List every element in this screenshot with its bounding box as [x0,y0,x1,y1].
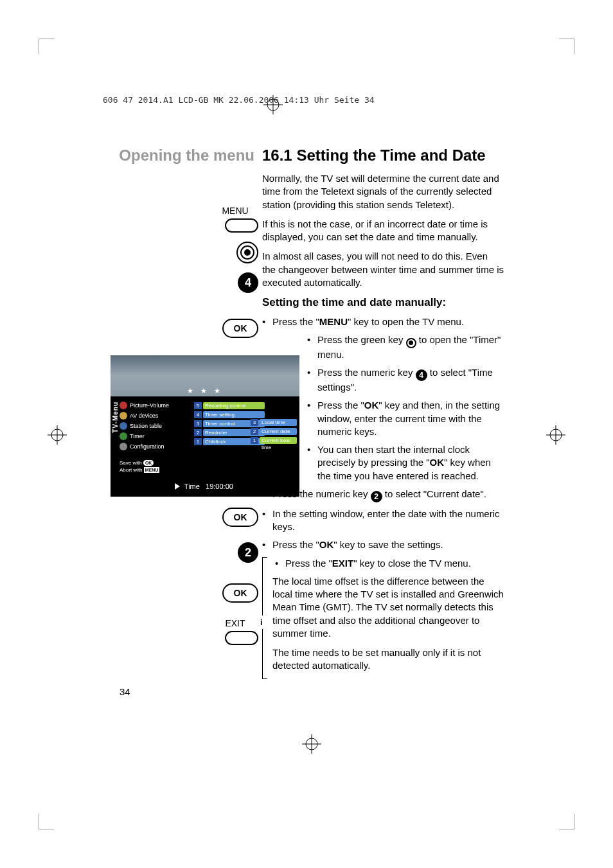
step-item: •Press the numeric key 4 to select "Time… [307,366,504,394]
play-icon [175,483,180,490]
osd-ok-chip: OK [143,460,154,466]
step-item: •Press the numeric key 2 to select "Curr… [262,488,504,502]
osd-left-item: AV devices [130,412,158,419]
step-item: •In the setting window, enter the date w… [262,508,504,534]
body-text: If this is not the case, or if an incorr… [262,218,504,244]
step-item: •Press the "MENU" key to open the TV men… [262,315,504,328]
green-key-icon [236,242,258,263]
crop-mark [39,814,54,829]
menu-key-icon [225,218,258,233]
step-item: •Press the "OK" key to save the settings… [262,538,504,551]
osd-time-value: 19:00:00 [206,483,233,490]
step-item: •You can then start the internal clock p… [307,443,504,483]
osd-mid-item: Timer setting [203,411,265,418]
crop-mark [559,39,574,54]
osd-vert-label: TV-Menu [112,402,119,433]
osd-left-item: Configuration [130,443,164,450]
info-text: The local time offset is the difference … [272,575,504,640]
page-header: 606 47 2014.A1 LCD-GB MK 22.06.2006 14:1… [103,95,375,105]
registration-mark [546,425,565,447]
subheading: Setting the time and date manually: [262,296,504,310]
menu-key-label: MENU [212,206,258,216]
registration-mark [48,425,67,447]
page-number: 34 [120,686,130,697]
info-callout: i •Press the "EXIT" key to close the TV … [262,557,504,679]
osd-abort-label: Abort with [120,467,143,473]
osd-save-label: Save with [120,460,142,466]
body-text: Normally, the TV set will determine the … [262,172,504,211]
osd-left-item: Timer [130,433,145,439]
side-heading: Opening the menu [109,146,262,164]
ok-key-icon: OK [222,319,258,338]
osd-time-label: Time [184,483,200,490]
exit-key-icon [225,631,258,645]
numeric-4-inline-icon: 4 [416,369,427,381]
green-key-inline-icon [406,338,416,348]
osd-mid-item: Recording control [203,402,265,409]
ok-key-icon: OK [222,583,258,603]
exit-key-label: EXIT [212,618,258,628]
osd-menu-chip: MENU [144,467,160,473]
section-title: 16.1 Setting the Time and Date [262,146,486,164]
osd-left-item: Station table [130,423,162,429]
numeric-2-inline-icon: 2 [371,491,382,502]
numeric-4-key-icon: 4 [238,272,258,293]
info-text: The time needs to be set manually only i… [272,646,504,673]
body-text: In almost all cases, you will not need t… [262,250,504,289]
step-item: •Press the green key to open the "Timer"… [307,333,504,361]
step-item: •Press the "OK" key and then, in the set… [307,399,504,438]
registration-mark [302,734,321,756]
crop-mark [559,814,574,829]
osd-left-item: Picture-Volume [130,402,169,409]
ok-key-icon: OK [222,508,258,527]
crop-mark [39,39,54,54]
registration-mark [263,95,283,117]
numeric-2-key-icon: 2 [238,542,258,563]
